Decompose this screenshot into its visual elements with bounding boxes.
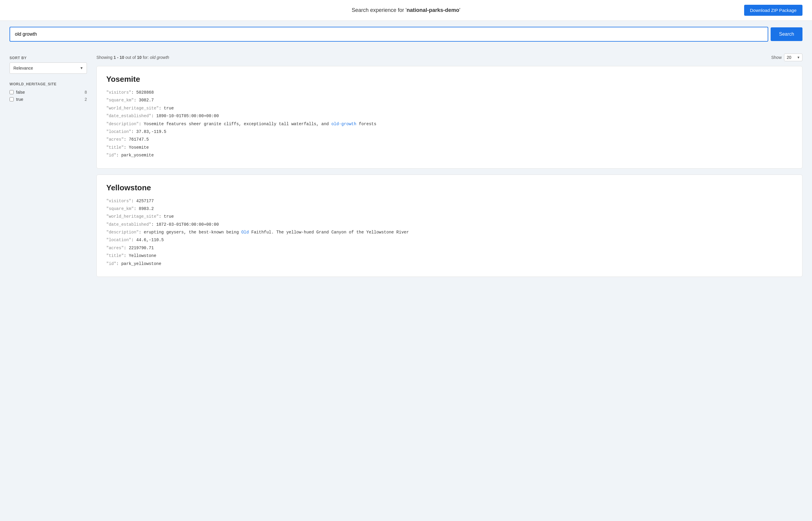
result-field: "title": Yellowstone xyxy=(106,252,793,259)
result-field: "id": park_yellowstone xyxy=(106,260,793,267)
result-field: "visitors": 4257177 xyxy=(106,198,793,204)
search-input[interactable] xyxy=(9,27,768,42)
show-select[interactable]: 10 20 50 100 xyxy=(784,53,803,61)
sort-select[interactable]: Relevance Date Title xyxy=(9,63,87,74)
sort-select-wrapper: Relevance Date Title ▼ xyxy=(9,63,87,74)
result-field: "title": Yosemite xyxy=(106,144,793,151)
results-range: 1 - 10 xyxy=(114,55,124,60)
result-field: "acres": 2219790.71 xyxy=(106,245,793,251)
show-select-wrapper: 10 20 50 100 ▼ xyxy=(784,53,803,61)
result-field: "date_established": 1872-03-01T06:00:00+… xyxy=(106,221,793,228)
result-field: "world_heritage_site": true xyxy=(106,213,793,220)
result-field: "square_km": 3082.7 xyxy=(106,97,793,104)
facet-checkbox-false[interactable] xyxy=(9,90,14,94)
show-label: Show xyxy=(771,55,782,60)
results-summary: Showing 1 - 10 out of 10 for: old growth xyxy=(97,55,169,60)
result-field: "location": 37.83,-119.5 xyxy=(106,129,793,135)
result-card-yosemite: Yosemite "visitors": 5028868 "square_km"… xyxy=(97,66,803,168)
result-field: "date_established": 1890-10-01T05:00:00+… xyxy=(106,113,793,119)
search-row: Search xyxy=(9,27,803,42)
result-title-yosemite: Yosemite xyxy=(106,75,793,84)
facet-checkbox-true[interactable] xyxy=(9,97,14,101)
page-title: Search experience for 'national-parks-de… xyxy=(274,7,538,14)
results-query: old growth xyxy=(150,55,169,60)
result-field: "id": park_yosemite xyxy=(106,152,793,159)
search-button[interactable]: Search xyxy=(771,27,803,41)
facet-world-heritage-title: WORLD_HERITAGE_SITE xyxy=(9,82,87,86)
facet-item-true: true 2 xyxy=(9,97,87,102)
facet-item-false: false 8 xyxy=(9,90,87,95)
result-title-yellowstone: Yellowstone xyxy=(106,183,793,192)
search-area: Search xyxy=(0,21,812,48)
sort-by-label: SORT BY xyxy=(9,56,87,60)
result-card-yellowstone: Yellowstone "visitors": 4257177 "square_… xyxy=(97,175,803,277)
result-field: "square_km": 8983.2 xyxy=(106,205,793,212)
result-field: "acres": 761747.5 xyxy=(106,136,793,143)
sidebar: SORT BY Relevance Date Title ▼ WORLD_HER… xyxy=(9,53,87,283)
highlight-old: Old xyxy=(241,230,249,235)
result-field: "location": 44.6,-110.5 xyxy=(106,237,793,243)
facet-label-true: true xyxy=(16,97,23,102)
facet-count-true: 2 xyxy=(85,97,87,102)
results-header: Showing 1 - 10 out of 10 for: old growth… xyxy=(97,53,803,61)
facet-label-false: false xyxy=(16,90,25,95)
show-row: Show 10 20 50 100 ▼ xyxy=(771,53,803,61)
result-field: "world_heritage_site": true xyxy=(106,105,793,112)
result-field: "visitors": 5028868 xyxy=(106,89,793,96)
download-zip-button[interactable]: Download ZIP Package xyxy=(744,5,803,16)
results-area: Showing 1 - 10 out of 10 for: old growth… xyxy=(97,53,803,283)
results-total: 10 xyxy=(137,55,142,60)
highlight-old-growth: old-growth xyxy=(331,122,356,127)
result-field-description-yellowstone: "description": erupting geysers, the bes… xyxy=(106,229,793,235)
app-name: national-parks-demo xyxy=(407,7,459,13)
header: Search experience for 'national-parks-de… xyxy=(0,0,812,21)
result-field-description-yosemite: "description": Yosemite features sheer g… xyxy=(106,121,793,127)
main-content: SORT BY Relevance Date Title ▼ WORLD_HER… xyxy=(0,48,812,289)
facet-count-false: 8 xyxy=(85,90,87,95)
